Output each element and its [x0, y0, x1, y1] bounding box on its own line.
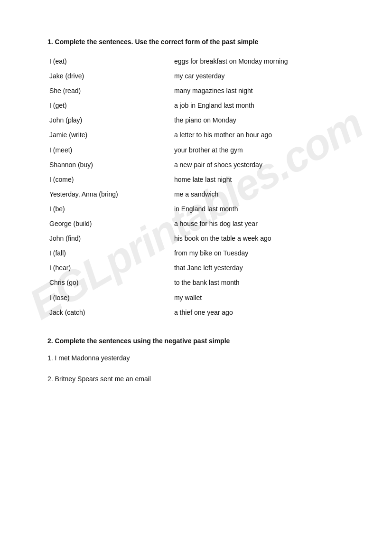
sentence-complement: in England last month [172, 202, 345, 216]
section2-title: 2. Complete the sentences using the nega… [47, 337, 345, 345]
table-row: Jack (catch)a thief one year ago [47, 305, 345, 320]
sentence-complement: a job in England last month [172, 98, 345, 113]
sentence-complement: a new pair of shoes yesterday [172, 158, 345, 172]
sentences-table: I (eat)eggs for breakfast on Monday morn… [47, 54, 345, 320]
item-number: 2. [47, 375, 55, 383]
sentence-complement: my wallet [172, 291, 345, 305]
sentence-complement: the piano on Monday [172, 113, 345, 128]
sentence-subject: I (be) [47, 202, 172, 216]
table-row: John (find)his book on the table a week … [47, 231, 345, 246]
sentence-subject: I (come) [47, 172, 172, 187]
sentence-subject: Jamie (write) [47, 128, 172, 142]
table-row: I (lose)my wallet [47, 291, 345, 305]
sentence-subject: Jake (drive) [47, 69, 172, 84]
sentence-complement: a thief one year ago [172, 305, 345, 320]
sentence-complement: your brother at the gym [172, 143, 345, 158]
table-row: I (get)a job in England last month [47, 98, 345, 113]
table-row: I (come)home late last night [47, 172, 345, 187]
sentence-subject: John (find) [47, 231, 172, 246]
section1: 1. Complete the sentences. Use the corre… [47, 38, 345, 320]
content: 1. Complete the sentences. Use the corre… [47, 38, 345, 383]
sentence-complement: many magazines last night [172, 84, 345, 98]
sentence-subject: Yesterday, Anna (bring) [47, 187, 172, 202]
sentence-subject: I (lose) [47, 291, 172, 305]
sentence-subject: She (read) [47, 84, 172, 98]
sentence-subject: Jack (catch) [47, 305, 172, 320]
table-row: I (hear)that Jane left yesterday [47, 261, 345, 275]
sentence-complement: home late last night [172, 172, 345, 187]
table-row: I (eat)eggs for breakfast on Monday morn… [47, 54, 345, 69]
table-row: George (build)a house for his dog last y… [47, 216, 345, 231]
sentence-complement: a letter to his mother an hour ago [172, 128, 345, 142]
table-row: She (read)many magazines last night [47, 84, 345, 98]
sentence-subject: John (play) [47, 113, 172, 128]
table-row: Chris (go)to the bank last month [47, 275, 345, 290]
section2: 2. Complete the sentences using the nega… [47, 337, 345, 383]
sentence-complement: me a sandwich [172, 187, 345, 202]
sentence-subject: I (hear) [47, 261, 172, 275]
sentence-complement: my car yesterday [172, 69, 345, 84]
sentence-subject: I (get) [47, 98, 172, 113]
table-row: Yesterday, Anna (bring)me a sandwich [47, 187, 345, 202]
section1-title: 1. Complete the sentences. Use the corre… [47, 38, 345, 46]
table-row: I (be)in England last month [47, 202, 345, 216]
list-item: 1. I met Madonna yesterday [47, 354, 345, 362]
item-text: I met Madonna yesterday [55, 354, 130, 362]
sentence-complement: to the bank last month [172, 275, 345, 290]
table-row: Jamie (write)a letter to his mother an h… [47, 128, 345, 142]
sentence-complement: eggs for breakfast on Monday morning [172, 54, 345, 69]
sentence-subject: Shannon (buy) [47, 158, 172, 172]
sentence-subject: Chris (go) [47, 275, 172, 290]
sentence-complement: that Jane left yesterday [172, 261, 345, 275]
table-row: I (fall)from my bike on Tuesday [47, 246, 345, 261]
sentence-subject: I (fall) [47, 246, 172, 261]
list-item: 2. Britney Spears sent me an email [47, 375, 345, 383]
table-row: John (play)the piano on Monday [47, 113, 345, 128]
sentence-subject: I (meet) [47, 143, 172, 158]
sentence-complement: a house for his dog last year [172, 216, 345, 231]
table-row: I (meet)your brother at the gym [47, 143, 345, 158]
item-text: Britney Spears sent me an email [55, 375, 151, 383]
table-row: Shannon (buy)a new pair of shoes yesterd… [47, 158, 345, 172]
sentence-subject: I (eat) [47, 54, 172, 69]
item-number: 1. [47, 354, 55, 362]
sentence-complement: his book on the table a week ago [172, 231, 345, 246]
page: EGLprintables.com 1. Complete the senten… [0, 0, 392, 428]
table-row: Jake (drive)my car yesterday [47, 69, 345, 84]
sentence-complement: from my bike on Tuesday [172, 246, 345, 261]
sentence-subject: George (build) [47, 216, 172, 231]
